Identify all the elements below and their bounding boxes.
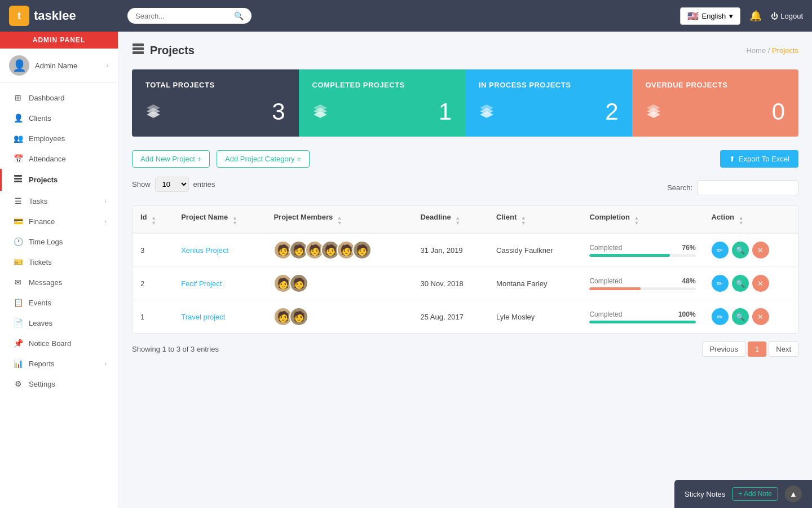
breadcrumb-separator: / [768,46,772,55]
header-right: 🇺🇸 English ▾ 🔔 ⏻ Logout [680,7,803,25]
view-button[interactable]: 🔍 [732,275,749,292]
notification-bell-icon[interactable]: 🔔 [749,10,762,22]
svg-marker-17 [647,111,660,118]
sidebar-item-dashboard[interactable]: ⊞ Dashboard [0,87,118,108]
sort-icon-members: ▲▼ [337,216,342,226]
prev-page-button[interactable]: Previous [702,341,745,357]
sidebar-item-reports[interactable]: 📊 Reports › [0,353,118,374]
project-name-link[interactable]: Fecif Project [181,279,222,288]
table-row: 2 Fecif Project 🧑🧑 30 Nov, 2018 Montana … [133,267,798,300]
stat-overdue-projects: OVERDUE PROJECTS 0 [632,69,799,137]
settings-icon: ⚙ [13,379,23,388]
export-to-excel-button[interactable]: ⬆ Export To Excel [720,150,798,168]
logout-button[interactable]: ⏻ Logout [771,12,803,20]
stat-overdue-bottom: 0 [646,98,785,125]
svg-rect-3 [133,43,144,46]
sidebar-item-employees[interactable]: 👥 Employees [0,128,118,148]
search-row-label: Search: [667,183,692,192]
tickets-icon: 🎫 [13,257,23,266]
cell-members: 🧑🧑 [266,267,412,300]
tasks-arrow-icon: › [104,198,107,204]
breadcrumb-home[interactable]: Home [746,46,766,55]
layers-icon-overdue [646,102,661,121]
sidebar-item-noticeboard[interactable]: 📌 Notice Board [0,333,118,353]
breadcrumb: Home / Projects [746,46,798,55]
progress-fill [589,287,640,290]
cell-members: 🧑🧑🧑🧑🧑🧑 [266,233,412,267]
delete-button[interactable]: ✕ [752,308,769,325]
sidebar-item-label: Tickets [29,258,107,266]
sidebar-item-label: Clients [29,114,107,122]
edit-button[interactable]: ✏ [712,275,729,292]
finance-icon: 💳 [13,217,23,226]
language-button[interactable]: 🇺🇸 English ▾ [680,7,741,25]
stat-inprocess-value: 2 [605,98,618,125]
add-new-project-button[interactable]: Add New Project + [132,150,210,168]
sidebar-item-settings[interactable]: ⚙ Settings [0,374,118,394]
add-note-button[interactable]: + Add Note [732,487,778,501]
showing-text: Showing 1 to 3 of 3 entries [132,345,219,353]
project-members-avatars: 🧑🧑 [273,307,404,326]
search-input[interactable] [135,12,230,20]
sidebar-item-tickets[interactable]: 🎫 Tickets [0,252,118,272]
view-button[interactable]: 🔍 [732,308,749,325]
dropdown-arrow-icon: ▾ [729,12,733,20]
admin-info: 👤 Admin Name › [0,49,118,83]
layers-icon-inprocess [479,102,495,121]
table-row: 3 Xenius Project 🧑🧑🧑🧑🧑🧑 31 Jan, 2019 Cas… [133,233,798,267]
sort-icon-client: ▲▼ [521,216,526,226]
sidebar-item-leaves[interactable]: 📄 Leaves [0,313,118,333]
sticky-notes-bar: Sticky Notes + Add Note ▲ [674,480,812,508]
cell-action: ✏ 🔍 ✕ [704,300,798,334]
edit-button[interactable]: ✏ [712,308,729,325]
add-project-category-button[interactable]: Add Project Category + [217,150,310,168]
page-title: Projects [150,44,195,57]
sidebar-item-clients[interactable]: 👤 Clients [0,108,118,128]
delete-button[interactable]: ✕ [752,275,769,292]
project-name-link[interactable]: Travel project [181,313,225,321]
project-name-link[interactable]: Xenius Project [181,246,228,255]
cell-id: 3 [133,233,173,267]
delete-button[interactable]: ✕ [752,242,769,259]
clients-icon: 👤 [13,113,23,122]
sidebar-item-messages[interactable]: ✉ Messages [0,272,118,292]
scroll-top-button[interactable]: ▲ [785,485,802,502]
sidebar-item-projects[interactable]: Projects [0,169,118,191]
completion-pct: 76% [682,244,696,252]
sidebar-item-events[interactable]: 📋 Events [0,292,118,313]
progress-fill [589,254,670,257]
sidebar-item-timelogs[interactable]: 🕐 Time Logs [0,231,118,252]
search-bar[interactable]: 🔍 [127,8,251,24]
timelogs-icon: 🕐 [13,237,23,246]
edit-button[interactable]: ✏ [712,242,729,259]
svg-rect-4 [133,47,144,50]
pagination-row: Showing 1 to 3 of 3 entries Previous 1 N… [132,334,798,359]
reports-arrow-icon: › [104,360,107,367]
show-label: Show [132,180,151,189]
col-project-members: Project Members ▲▼ [266,206,412,233]
entries-select[interactable]: 10 25 50 100 [155,177,189,192]
stat-completed-label: COMPLETED PROJECTS [312,81,452,89]
col-completion: Completion ▲▼ [581,206,703,233]
svg-marker-14 [480,111,493,118]
member-avatar: 🧑 [289,274,308,293]
sidebar-item-label: Notice Board [29,339,107,348]
logo-area: t tasklee [9,6,127,26]
sidebar-item-label: Projects [29,176,107,184]
stat-inprocess-label: IN PROCESS PROJECTS [479,81,619,89]
search-icon: 🔍 [234,11,244,20]
member-avatar: 🧑 [352,240,372,260]
page-1-button[interactable]: 1 [748,341,766,357]
view-button[interactable]: 🔍 [732,242,749,259]
svg-rect-2 [14,181,22,182]
app-header: t tasklee 🔍 🇺🇸 English ▾ 🔔 ⏻ Logout [0,0,812,32]
col-id: Id ▲▼ [133,206,173,233]
admin-name: Admin Name [35,62,101,70]
sidebar-item-finance[interactable]: 💳 Finance › [0,211,118,231]
projects-icon [13,174,23,185]
sidebar-item-attendance[interactable]: 📅 Attendance [0,148,118,169]
table-search-input[interactable] [697,180,798,195]
main-layout: ADMIN PANEL 👤 Admin Name › ⊞ Dashboard 👤… [0,32,812,508]
sidebar-item-tasks[interactable]: ☰ Tasks › [0,191,118,211]
next-page-button[interactable]: Next [769,341,798,357]
